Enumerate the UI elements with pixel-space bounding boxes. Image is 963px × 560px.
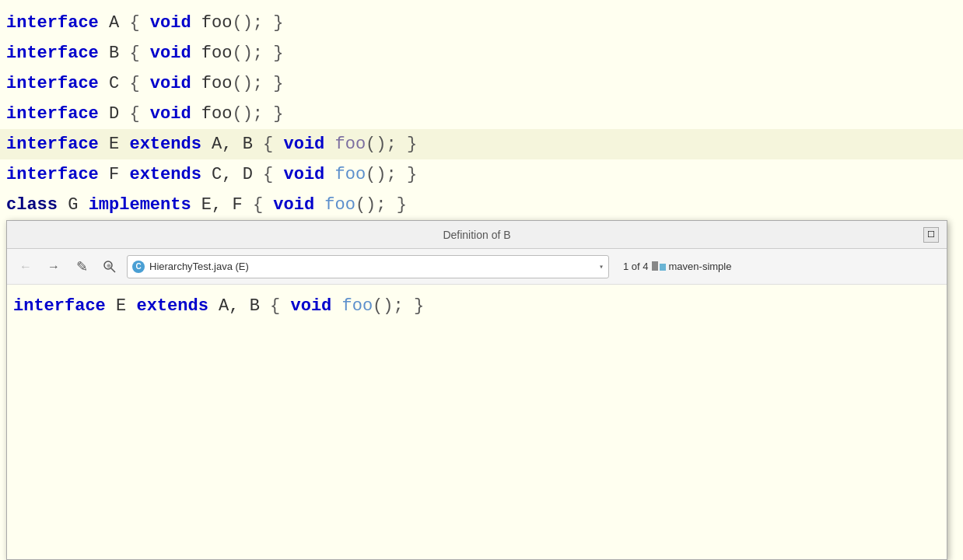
java-class-icon: C bbox=[132, 261, 145, 273]
forward-icon: → bbox=[47, 260, 60, 274]
find-usages-icon: ⊕ bbox=[103, 260, 117, 274]
definition-popup: Definition of B ☐ ← → ✎ bbox=[6, 220, 947, 560]
file-selector-dropdown[interactable]: C HierarchyTest.java (E) ▾ bbox=[127, 255, 609, 278]
file-name-label: HierarchyTest.java (E) bbox=[149, 261, 596, 272]
code-line-6: interface F extends C, D { void foo(); } bbox=[0, 159, 963, 190]
edit-icon: ✎ bbox=[76, 258, 88, 275]
dropdown-arrow-icon: ▾ bbox=[599, 262, 604, 271]
result-count-info: 1 of 4 maven-simple bbox=[623, 260, 731, 273]
code-line-7: class G implements E, F { void foo(); } bbox=[0, 190, 963, 220]
back-icon: ← bbox=[19, 260, 32, 274]
back-button[interactable]: ← bbox=[15, 256, 37, 278]
project-name-label: maven-simple bbox=[669, 261, 732, 272]
popup-title-bar: Definition of B ☐ bbox=[7, 221, 947, 249]
forward-button[interactable]: → bbox=[43, 256, 65, 278]
find-usages-button[interactable]: ⊕ bbox=[99, 256, 121, 278]
code-line-4: interface D { void foo(); } bbox=[0, 99, 963, 129]
svg-text:⊕: ⊕ bbox=[107, 262, 111, 268]
popup-toolbar: ← → ✎ ⊕ bbox=[7, 249, 947, 285]
count-text: 1 of 4 bbox=[623, 261, 649, 272]
close-icon: ☐ bbox=[927, 229, 935, 240]
code-line-1: interface A { void foo(); } bbox=[0, 8, 963, 38]
editor-area: interface A { void foo(); } interface B … bbox=[0, 0, 963, 560]
code-line-5: interface E extends A, B { void foo(); } bbox=[0, 129, 963, 159]
popup-title: Definition of B bbox=[30, 229, 923, 241]
popup-code-line-1: interface E extends A, B { void foo(); } bbox=[7, 291, 947, 321]
maven-icon bbox=[652, 260, 666, 273]
popup-content: interface E extends A, B { void foo(); } bbox=[7, 285, 947, 559]
svg-line-1 bbox=[111, 268, 115, 272]
popup-close-button[interactable]: ☐ bbox=[923, 227, 939, 243]
code-line-3: interface C { void foo(); } bbox=[0, 68, 963, 99]
find-icon: ⊕ bbox=[103, 260, 117, 274]
file-selector-wrapper: C HierarchyTest.java (E) ▾ bbox=[127, 255, 609, 278]
code-line-2: interface B { void foo(); } bbox=[0, 38, 963, 68]
edit-button[interactable]: ✎ bbox=[71, 256, 93, 278]
